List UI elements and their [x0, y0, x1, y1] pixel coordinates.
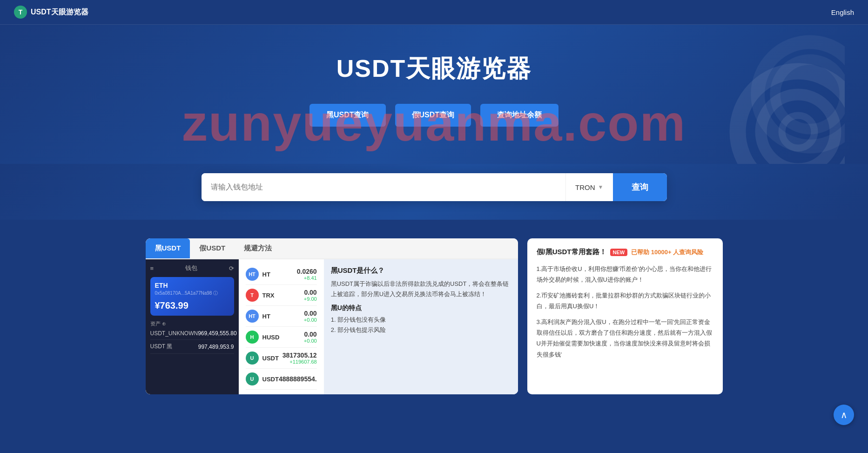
wallet-assets-label: 资产 ⊕: [150, 320, 234, 327]
token-amount-unknown: 969,459,555.80: [198, 330, 236, 337]
wallet-menu-icon[interactable]: ≡: [150, 265, 154, 272]
token-icon-husd: H: [246, 331, 259, 344]
right-card-header: 假/黑USDT常用套路！ NEW 已帮助 10000+ 人查询风险: [537, 248, 713, 257]
badge-count: 10000+: [651, 249, 672, 256]
hero-buttons: 黑USDT查询 假USDT查询 查询地址余额: [9, 104, 859, 127]
token-icon-ht1: HT: [246, 268, 259, 281]
search-section: TRON ▼ 查询: [0, 164, 868, 220]
right-card: 假/黑USDT常用套路！ NEW 已帮助 10000+ 人查询风险 1.高于市场…: [527, 238, 723, 394]
token-name-trx: TRX: [262, 292, 275, 299]
token-item-ht2: HT HT 0.00 +0.00: [246, 306, 317, 327]
token-change-husd: +0.00: [304, 338, 317, 344]
token-item-usdt2: U USDT 4888889554.: [246, 369, 317, 390]
chevron-down-icon: ▼: [598, 184, 604, 190]
logo-text: USDT天眼游览器: [31, 7, 88, 17]
search-button[interactable]: 查询: [613, 173, 667, 201]
wallet-sidebar: ≡ 钱包 ⟳ ETH 0x5a08170A...5A1a77Na98 ⓘ ¥76…: [146, 259, 239, 394]
badge-new: NEW: [610, 249, 628, 256]
wallet-panel: ≡ 钱包 ⟳ ETH 0x5a08170A...5A1a77Na98 ⓘ ¥76…: [146, 259, 518, 394]
wallet-header: ≡ 钱包 ⟳: [150, 264, 234, 272]
header: T USDT天眼游览器 English: [0, 0, 868, 25]
token-item-ht1: HT HT 0.0260 +8.41: [246, 264, 317, 285]
right-card-content: 1.高于市场价收U，利用你想赚'币差价'的小心思，当你在和他进行场外交易的时候，…: [537, 264, 713, 360]
wallet-chain: ETH: [155, 282, 229, 289]
right-content-3: 3.高利润灰产跑分混入假U，在跑分过程中一笔一回'先回正常资金取得信任以后，双方…: [537, 317, 713, 360]
tab-avoid-method[interactable]: 规避方法: [235, 238, 281, 258]
token-value-usdt1: 3817305.12: [283, 352, 317, 359]
balance-query-button[interactable]: 查询地址余额: [480, 104, 558, 127]
token-change-trx: +9.00: [304, 296, 317, 302]
token-row-usdt-black: USDT 黑 997,489,953.9: [150, 340, 234, 354]
token-row-unknown: USDT_UNKNOWN 969,459,555.80: [150, 327, 234, 340]
token-name-ht1: HT: [262, 271, 270, 278]
desc-feature-2: 2. 部分钱包提示风险: [331, 325, 511, 335]
token-icon-ht2: HT: [246, 310, 259, 323]
logo-icon: T: [14, 6, 27, 19]
token-name-usdt1: USDT: [262, 355, 279, 362]
token-value-usdt2: 4888889554.: [279, 375, 317, 383]
hero-title: USDT天眼游览器: [9, 53, 859, 85]
logo-area: T USDT天眼游览器: [14, 6, 88, 19]
token-value-ht2: 0.00: [304, 310, 317, 317]
token-icon-usdt2: U: [246, 372, 259, 385]
token-name-husd: HUSD: [262, 334, 280, 341]
main-content: 黑USDT 假USDT 规避方法 ≡ 钱包 ⟳ ETH 0x5a08170A..…: [132, 220, 737, 413]
desc-feature-1: 1. 部分钱包没有头像: [331, 315, 511, 325]
desc-title: 黑USDT是什么？: [331, 266, 511, 275]
search-bar: TRON ▼ 查询: [202, 173, 667, 201]
hero-wrapper: USDT天眼游览器 黑USDT查询 假USDT查询 查询地址余额 zunyuey…: [0, 25, 868, 220]
token-name-ht2: HT: [262, 313, 270, 320]
hero-section: USDT天眼游览器 黑USDT查询 假USDT查询 查询地址余额: [0, 25, 868, 164]
wallet-address: 0x5a08170A...5A1a77Na98 ⓘ: [155, 290, 229, 297]
description-panel: 黑USDT是什么？ 黑USDT属于诈骗以后非法所得款款洗兑成的USDT，将会在整…: [324, 259, 518, 394]
token-item-husd: H HUSD 0.00 +0.00: [246, 327, 317, 348]
token-icon-trx: T: [246, 289, 259, 302]
token-change-ht2: +0.00: [304, 317, 317, 323]
wallet-label: 钱包: [185, 264, 197, 272]
token-item-trx: T TRX 0.00 +9.00: [246, 285, 317, 306]
token-list-panel: HT HT 0.0260 +8.41 T TRX 0.00 +9: [239, 259, 324, 394]
right-content-1: 1.高于市场价收U，利用你想赚'币差价'的小心思，当你在和他进行场外交易的时候，…: [537, 264, 713, 285]
token-value-husd: 0.00: [304, 331, 317, 338]
right-card-title: 假/黑USDT常用套路！: [537, 248, 606, 257]
token-name-usdt-black: USDT 黑: [150, 343, 173, 351]
right-content-2: 2.币安矿池搬砖套利，批量拉群和炒群的方式欺骗区块链行业的小白，最后用真U换假U…: [537, 290, 713, 312]
search-input[interactable]: [202, 173, 566, 201]
card-tabs: 黑USDT 假USDT 规避方法: [146, 238, 518, 259]
badge-helped: 已帮助 10000+ 人查询风险: [631, 248, 703, 257]
wallet-refresh-icon[interactable]: ⟳: [229, 265, 234, 272]
token-name-unknown: USDT_UNKNOWN: [150, 330, 198, 337]
black-usdt-button[interactable]: 黑USDT查询: [310, 104, 386, 127]
token-amount-usdt-black: 997,489,953.9: [198, 344, 234, 350]
desc-body: 黑USDT属于诈骗以后非法所得款款洗兑成的USDT，将会在整条链上被追踪，部分黑…: [331, 279, 511, 299]
token-item-usdt1: U USDT 3817305.12 +119607.68: [246, 348, 317, 369]
token-value-trx: 0.00: [304, 289, 317, 296]
scroll-to-top-button[interactable]: ∧: [834, 405, 854, 425]
tab-black-usdt[interactable]: 黑USDT: [146, 238, 190, 258]
chevron-up-icon: ∧: [841, 409, 848, 420]
desc-features-title: 黑U的特点: [331, 304, 511, 312]
token-name-usdt2: USDT: [262, 376, 279, 383]
fake-usdt-button[interactable]: 假USDT查询: [395, 104, 471, 127]
wallet-card: ETH 0x5a08170A...5A1a77Na98 ⓘ ¥763.99: [150, 277, 234, 316]
left-card: 黑USDT 假USDT 规避方法 ≡ 钱包 ⟳ ETH 0x5a08170A..…: [146, 238, 518, 394]
language-switch[interactable]: English: [831, 8, 854, 16]
search-network-selector[interactable]: TRON ▼: [565, 173, 612, 201]
token-change-ht1: +8.41: [297, 275, 317, 281]
token-value-ht1: 0.0260: [297, 268, 317, 275]
wallet-balance: ¥763.99: [155, 300, 229, 311]
token-change-usdt1: +119607.68: [283, 359, 317, 365]
tab-fake-usdt[interactable]: 假USDT: [190, 238, 235, 258]
token-icon-usdt1: U: [246, 352, 259, 365]
